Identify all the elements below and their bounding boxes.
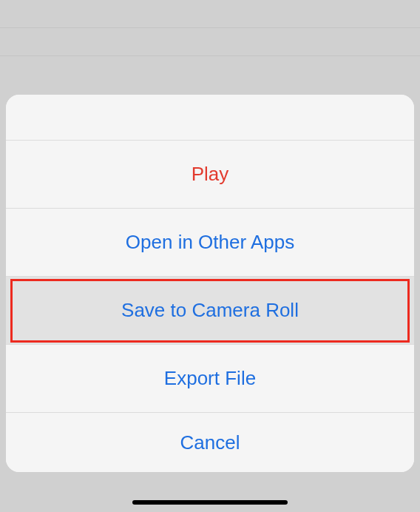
action-sheet-header	[6, 95, 414, 141]
cancel-button[interactable]: Cancel	[6, 413, 414, 472]
export-file-button[interactable]: Export File	[6, 345, 414, 413]
home-indicator	[132, 500, 288, 505]
play-button[interactable]: Play	[6, 141, 414, 209]
background-row	[0, 28, 420, 56]
action-label: Open in Other Apps	[126, 231, 294, 254]
background-row	[0, 0, 420, 28]
background-list	[0, 0, 420, 56]
action-label: Play	[192, 163, 229, 186]
save-to-camera-roll-button[interactable]: Save to Camera Roll	[6, 277, 414, 345]
open-in-other-apps-button[interactable]: Open in Other Apps	[6, 209, 414, 277]
action-sheet: Play Open in Other Apps Save to Camera R…	[6, 95, 414, 472]
cancel-label: Cancel	[180, 431, 240, 454]
action-label: Export File	[164, 367, 256, 390]
action-label: Save to Camera Roll	[121, 299, 299, 322]
